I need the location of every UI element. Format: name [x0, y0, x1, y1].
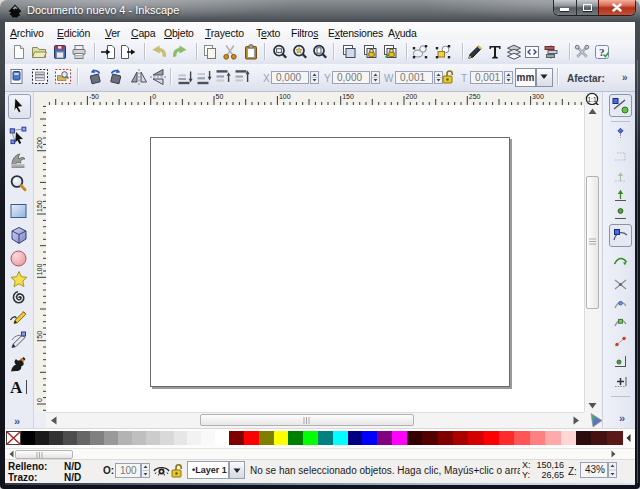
svg-text:200: 200 — [406, 93, 418, 100]
svg-text:0: 0 — [36, 398, 43, 402]
svg-text:1:1: 1:1 — [588, 96, 597, 103]
svg-text:?: ? — [599, 46, 605, 58]
svg-text:250: 250 — [469, 93, 481, 100]
svg-text:0: 0 — [152, 93, 156, 100]
svg-text:150: 150 — [36, 200, 43, 212]
svg-text:-50: -50 — [89, 93, 99, 100]
svg-text:50: 50 — [36, 331, 43, 339]
svg-text:300: 300 — [532, 93, 544, 100]
svg-text:200: 200 — [36, 137, 43, 149]
svg-text:A: A — [10, 378, 23, 397]
svg-text:150: 150 — [342, 93, 354, 100]
svg-text:50: 50 — [216, 93, 224, 100]
svg-text:100: 100 — [36, 264, 43, 276]
svg-text:100: 100 — [279, 93, 291, 100]
